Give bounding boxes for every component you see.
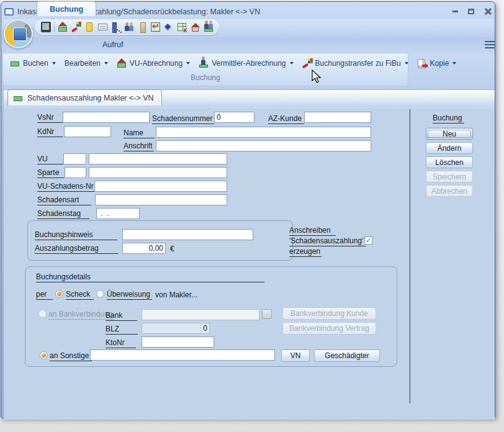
bank-input[interactable] bbox=[142, 309, 259, 320]
kopie-button[interactable]: Kopie bbox=[413, 56, 461, 70]
ktonr-label[interactable]: KtoNr bbox=[106, 339, 136, 348]
tab-buchung[interactable]: Buchung bbox=[37, 1, 96, 16]
vu-name-input[interactable] bbox=[89, 153, 227, 164]
anschreiben-label-line2[interactable]: 'Schadensauszahlung' bbox=[289, 237, 366, 246]
buchungshinweis-input[interactable] bbox=[122, 229, 253, 240]
anschreiben-label-line1[interactable]: Anschreiben bbox=[289, 227, 336, 236]
ueberweisung-radio[interactable] bbox=[96, 290, 104, 298]
window-icon bbox=[4, 8, 14, 16]
buchen-button[interactable]: Buchen bbox=[6, 56, 60, 70]
az-kunde-label[interactable]: AZ-Kunde bbox=[268, 115, 304, 124]
minimize-button[interactable] bbox=[449, 7, 461, 17]
schadensart-label[interactable]: Schadensart bbox=[37, 196, 91, 205]
vu-label[interactable]: VU bbox=[37, 155, 64, 164]
bankverbindung-vertrag-button[interactable]: Bankverbindung Vertrag bbox=[282, 322, 376, 335]
geschaedigter-button[interactable]: Geschädigter bbox=[314, 349, 380, 362]
an-bankverbindung-label[interactable]: an Bankverbindung bbox=[48, 310, 114, 320]
ribbon: Buchen Bearbeiten VU-Abrechnung Vermittl… bbox=[2, 52, 493, 88]
sparte-label[interactable]: Sparte bbox=[37, 169, 64, 178]
schadensart-input[interactable] bbox=[95, 194, 227, 205]
an-bankverbindung-radio[interactable] bbox=[38, 310, 47, 318]
speichern-button[interactable]: Speichern bbox=[426, 171, 473, 182]
chevron-down-icon bbox=[104, 62, 108, 65]
name-input[interactable] bbox=[156, 127, 371, 138]
neu-button[interactable]: Neu bbox=[426, 128, 473, 140]
close-icon bbox=[484, 8, 491, 15]
quick-toolbar bbox=[35, 19, 219, 35]
ribbon-group-buchung: Buchen Bearbeiten VU-Abrechnung Vermittl… bbox=[2, 53, 408, 86]
az-kunde-input[interactable] bbox=[304, 112, 371, 123]
schadenstag-label[interactable]: Schadenstag bbox=[37, 210, 89, 219]
vu-schadens-nr-label[interactable]: VU-Schadens-Nr bbox=[37, 182, 96, 192]
chevron-down-icon bbox=[290, 62, 294, 65]
money-icon bbox=[13, 94, 24, 102]
sparte-name-input[interactable] bbox=[89, 167, 227, 178]
buchungstransfer-fibu-button[interactable]: Buchungstransfer zu FiBu bbox=[298, 56, 413, 70]
abbrechen-button[interactable]: Abbrechen bbox=[426, 185, 473, 197]
diamond-icon[interactable] bbox=[164, 22, 174, 32]
blz-input[interactable] bbox=[142, 323, 210, 334]
house-money-icon bbox=[117, 58, 127, 68]
vu-abrechnung-button[interactable]: VU-Abrechnung bbox=[112, 56, 194, 70]
tower-icon[interactable] bbox=[137, 22, 147, 32]
restore-button[interactable] bbox=[465, 7, 477, 17]
scheck-label[interactable]: Scheck bbox=[66, 290, 94, 300]
tab-aufruf[interactable]: Aufruf bbox=[90, 37, 135, 52]
bank-label[interactable]: Bank bbox=[106, 312, 137, 321]
ueberweisung-label[interactable]: Überweisung bbox=[107, 290, 152, 300]
buchungsdetails-title: Buchungsdetails bbox=[36, 273, 264, 282]
vsnr-input[interactable] bbox=[63, 112, 150, 123]
anschrift-input[interactable] bbox=[156, 140, 371, 151]
anschrift-label[interactable]: Anschrift bbox=[124, 142, 154, 151]
people-icon[interactable] bbox=[124, 22, 134, 32]
scheck-radio[interactable] bbox=[55, 290, 63, 298]
anschreiben-checkbox[interactable]: ✓ bbox=[364, 236, 372, 245]
envelope-icon[interactable] bbox=[97, 22, 107, 32]
aendern-button[interactable]: Ändern bbox=[426, 142, 473, 154]
table-delete-icon[interactable] bbox=[177, 22, 187, 32]
auszahlungsbetrag-label[interactable]: Auszahlungsbetrag bbox=[35, 245, 119, 254]
anschreiben-label-line3[interactable]: erzeugen bbox=[289, 248, 322, 257]
app-orb-logo[interactable] bbox=[4, 19, 33, 48]
document-tab[interactable]: Schadensauszahlung Makler <-> VN bbox=[7, 89, 162, 106]
kdnr-label[interactable]: KdNr bbox=[37, 128, 63, 137]
vermittler-abrechnung-button[interactable]: Vermittler-Abrechnung bbox=[194, 56, 297, 70]
an-sonstige-radio[interactable] bbox=[40, 351, 48, 359]
schadensnummer-label[interactable]: Schadensnummer bbox=[152, 115, 214, 124]
vn-button[interactable]: VN bbox=[281, 349, 310, 362]
house-money-icon[interactable] bbox=[58, 22, 68, 32]
close-button[interactable] bbox=[481, 7, 493, 17]
vu-code-input[interactable] bbox=[63, 153, 86, 164]
transfer-icon bbox=[302, 58, 313, 68]
an-sonstige-input[interactable] bbox=[90, 349, 275, 361]
bankverbindung-kunde-button[interactable]: Bankverbindung Kunde bbox=[282, 307, 376, 320]
chevron-down-icon bbox=[405, 62, 408, 65]
ktonr-input[interactable] bbox=[142, 336, 214, 348]
menu-hamburger-icon[interactable] bbox=[485, 41, 495, 48]
export-arrow-icon[interactable] bbox=[71, 22, 81, 32]
name-label[interactable]: Name bbox=[124, 129, 155, 138]
sparte-code-input[interactable] bbox=[65, 167, 86, 178]
document-icon[interactable] bbox=[84, 22, 94, 32]
auszahlungsbetrag-input[interactable] bbox=[122, 243, 166, 254]
von-makler-text: von Makler... bbox=[155, 290, 197, 299]
monitor-media-icon[interactable] bbox=[41, 22, 51, 32]
bank-browse-button[interactable] bbox=[262, 309, 272, 319]
minimize-icon bbox=[452, 11, 458, 12]
door-exit-icon[interactable] bbox=[111, 22, 121, 32]
undo-icon[interactable] bbox=[150, 22, 160, 32]
loeschen-button[interactable]: Löschen bbox=[426, 156, 473, 168]
schadenstag-input[interactable] bbox=[96, 208, 140, 219]
side-panel-title: Buchung bbox=[433, 114, 464, 124]
vu-schadens-nr-input[interactable] bbox=[94, 181, 227, 192]
house-icon[interactable] bbox=[190, 22, 200, 32]
schadensnummer-input[interactable] bbox=[214, 112, 254, 123]
vsnr-label[interactable]: VsNr bbox=[37, 114, 63, 123]
kdnr-input[interactable] bbox=[64, 126, 111, 137]
person-money-icon bbox=[199, 58, 209, 68]
bearbeiten-button[interactable]: Bearbeiten bbox=[60, 57, 112, 70]
an-sonstige-label[interactable]: an Sonstige bbox=[50, 352, 92, 361]
buchungshinweis-label[interactable]: Buchungshinweis bbox=[35, 231, 117, 240]
blz-label[interactable]: BLZ bbox=[106, 325, 138, 335]
people-money-icon[interactable] bbox=[204, 22, 214, 32]
